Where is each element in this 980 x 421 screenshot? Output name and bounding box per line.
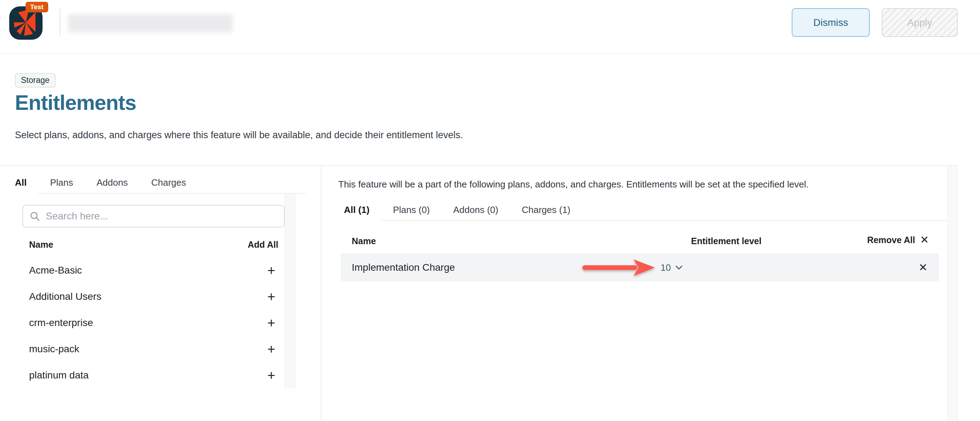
tab-addons[interactable]: Addons: [85, 177, 139, 194]
tab-all[interactable]: All: [15, 177, 38, 194]
row-item-name: Implementation Charge: [352, 262, 455, 273]
tab-plans[interactable]: Plans: [38, 177, 85, 194]
page-subtitle: Select plans, addons, and charges where …: [15, 130, 463, 141]
catalog-search: [22, 205, 285, 227]
table-row: Implementation Charge 10 ✕: [341, 253, 939, 281]
feature-name-badge: Storage: [15, 73, 56, 87]
add-all-button[interactable]: Add All: [248, 240, 278, 250]
item-name: crm-enterprise: [29, 317, 93, 329]
tab-charges-count[interactable]: Charges (1): [510, 205, 582, 221]
selection-scrollbar[interactable]: [947, 166, 957, 421]
selection-tabs: All (1) Plans (0) Addons (0) Charges (1): [344, 205, 947, 221]
tab-plans-count[interactable]: Plans (0): [381, 205, 441, 221]
item-name: Additional Users: [29, 291, 102, 302]
tab-addons-count[interactable]: Addons (0): [441, 205, 510, 221]
list-item: music-pack +: [29, 336, 278, 362]
item-name: Acme-Basic: [29, 265, 82, 276]
entitlement-level-column-header: Entitlement level: [691, 236, 762, 246]
add-item-button[interactable]: +: [264, 264, 278, 277]
catalog-list-header: Name Add All: [29, 240, 278, 250]
remove-all-button[interactable]: Remove All ✕: [867, 235, 929, 245]
remove-all-x-icon[interactable]: ✕: [920, 235, 929, 245]
catalog-list: Acme-Basic + Additional Users + crm-ente…: [29, 257, 278, 388]
remove-row-button[interactable]: ✕: [919, 262, 928, 273]
catalog-tabs: All Plans Addons Charges: [15, 177, 305, 194]
list-item: Additional Users +: [29, 283, 278, 310]
selection-panel: This feature will be a part of the follo…: [321, 166, 958, 421]
selection-description: This feature will be a part of the follo…: [338, 179, 809, 190]
selection-table-header: Name Entitlement level Remove All ✕: [352, 236, 939, 246]
add-item-button[interactable]: +: [264, 290, 278, 303]
annotation-arrow-entitlement-level: [581, 257, 656, 278]
entitlement-level-value: 10: [660, 262, 671, 273]
test-environment-badge: Test: [25, 2, 48, 13]
entitlements-panels: All Plans Addons Charges Name Add All Ac…: [0, 165, 958, 421]
page-title: Entitlements: [15, 91, 136, 115]
add-item-button[interactable]: +: [264, 342, 278, 356]
remove-all-label: Remove All: [867, 235, 915, 245]
item-name: music-pack: [29, 343, 80, 355]
entitlement-level-select[interactable]: 10: [660, 262, 682, 273]
tab-charges[interactable]: Charges: [139, 177, 197, 194]
item-name: platinum data: [29, 370, 89, 381]
tab-underline-fill: [582, 221, 947, 221]
tab-underline-fill: [198, 193, 305, 194]
add-item-button[interactable]: +: [264, 316, 278, 330]
list-item: crm-enterprise +: [29, 310, 278, 336]
add-item-button[interactable]: +: [264, 369, 278, 382]
list-item: platinum data +: [29, 362, 278, 388]
tab-all-count[interactable]: All (1): [344, 205, 381, 221]
header-divider: [60, 8, 60, 35]
top-header: Test Dismiss Apply: [0, 0, 980, 54]
list-item: Acme-Basic +: [29, 257, 278, 283]
dismiss-button[interactable]: Dismiss: [792, 8, 870, 37]
catalog-panel: All Plans Addons Charges Name Add All Ac…: [0, 166, 321, 421]
apply-button-disabled[interactable]: Apply: [882, 8, 958, 37]
breadcrumb-redacted-placeholder: [68, 14, 232, 33]
name-column-header: Name: [352, 236, 376, 246]
name-column-header: Name: [29, 240, 53, 250]
search-input[interactable]: [46, 211, 278, 222]
search-icon: [29, 211, 40, 221]
chevron-down-icon: [675, 265, 682, 270]
catalog-scrollbar[interactable]: [285, 194, 295, 388]
